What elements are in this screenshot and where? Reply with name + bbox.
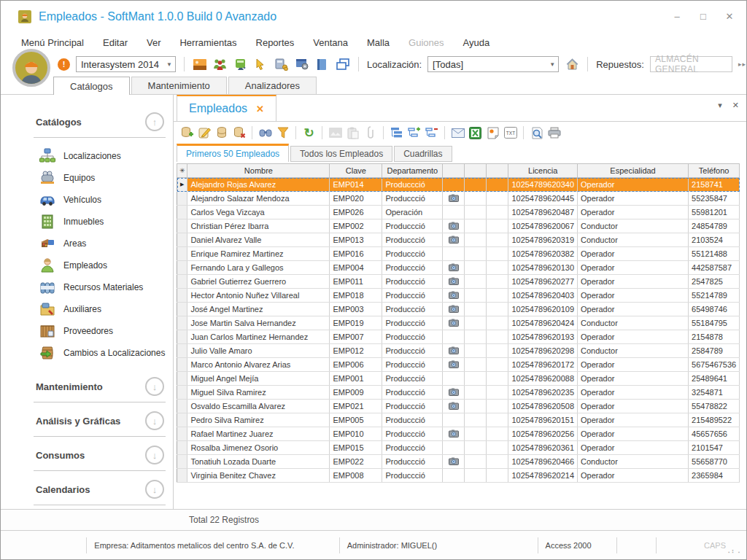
row-indicator[interactable] bbox=[177, 386, 187, 400]
cell-telefono[interactable]: 442587587 bbox=[689, 261, 740, 275]
cell-nombre[interactable]: Rosalba Jimenez Osorio bbox=[187, 441, 330, 455]
cell-clave[interactable]: EMP006 bbox=[330, 358, 382, 372]
cell-foto[interactable] bbox=[443, 178, 465, 192]
cell-telefono[interactable]: 25489641 bbox=[689, 372, 740, 386]
cell-foto-3[interactable] bbox=[487, 330, 508, 344]
print-icon[interactable] bbox=[547, 126, 561, 140]
cell-foto-2[interactable] bbox=[465, 316, 487, 330]
cell-nombre[interactable]: Marco Antonio Alvarez Arias bbox=[187, 358, 330, 372]
cell-departamento[interactable]: Produccció bbox=[382, 400, 443, 413]
tree-list-icon[interactable] bbox=[390, 126, 403, 140]
cell-departamento[interactable]: Produccció bbox=[382, 330, 443, 344]
cell-telefono[interactable]: 45657656 bbox=[689, 427, 740, 441]
cell-especialidad[interactable]: Conductor bbox=[578, 344, 689, 358]
cell-clave[interactable]: EMP001 bbox=[330, 372, 382, 386]
sidebar-item-inmuebles[interactable]: Inmuebles bbox=[1, 211, 173, 233]
sidebar-item-recursos-materiales[interactable]: Recursos Materiales bbox=[1, 276, 173, 298]
cell-telefono[interactable]: 2547825 bbox=[689, 275, 740, 289]
menu-reportes[interactable]: Reportes bbox=[256, 37, 295, 48]
cell-departamento[interactable]: Produccció bbox=[382, 358, 443, 372]
row-indicator[interactable] bbox=[177, 330, 187, 344]
cell-foto[interactable] bbox=[443, 386, 465, 400]
row-indicator[interactable] bbox=[177, 316, 187, 330]
cell-licencia[interactable]: 10254789620130 bbox=[508, 261, 578, 275]
cell-departamento[interactable]: Produccció bbox=[382, 219, 443, 233]
cell-foto-3[interactable] bbox=[487, 400, 508, 413]
cell-clave[interactable]: EMP026 bbox=[330, 206, 382, 219]
cell-foto-3[interactable] bbox=[487, 372, 508, 386]
sidebar-item-auxiliares[interactable]: Auxiliares bbox=[1, 298, 173, 320]
cell-foto-3[interactable] bbox=[487, 303, 508, 316]
cell-foto[interactable] bbox=[443, 441, 465, 455]
row-indicator[interactable] bbox=[177, 413, 187, 427]
cell-clave[interactable]: EMP009 bbox=[330, 386, 382, 400]
cell-clave[interactable]: EMP021 bbox=[330, 400, 382, 413]
cell-clave[interactable]: EMP011 bbox=[330, 275, 382, 289]
window-settings-icon[interactable] bbox=[295, 57, 309, 71]
cell-licencia[interactable]: 10254789620466 bbox=[508, 455, 578, 469]
localizacion-combobox[interactable]: [Todas] ▼ bbox=[427, 56, 559, 72]
menu-malla[interactable]: Malla bbox=[367, 37, 390, 48]
cell-nombre[interactable]: Julio Valle Amaro bbox=[187, 344, 330, 358]
tab-cuadrillas[interactable]: Cuadrillas bbox=[394, 146, 452, 162]
table-row[interactable]: Miguel Silva RamirezEMP009Produccció1025… bbox=[177, 386, 740, 400]
cell-licencia[interactable]: 10254789620340 bbox=[508, 178, 578, 192]
cell-foto-3[interactable] bbox=[487, 178, 508, 192]
cell-clave[interactable]: EMP014 bbox=[330, 178, 382, 192]
cell-clave[interactable]: EMP020 bbox=[330, 192, 382, 206]
sidebar-item-vehiculos[interactable]: Vehículos bbox=[1, 189, 173, 211]
cell-telefono[interactable]: 2154878 bbox=[689, 330, 740, 344]
cell-clave[interactable]: EMP022 bbox=[330, 455, 382, 469]
cell-especialidad[interactable]: Conductor bbox=[578, 233, 689, 247]
maximize-button[interactable]: □ bbox=[698, 11, 708, 22]
row-indicator[interactable] bbox=[177, 289, 187, 303]
cell-licencia[interactable]: 10254789620403 bbox=[508, 289, 578, 303]
table-row[interactable]: José Angel MartinezEMP003Produccció10254… bbox=[177, 303, 740, 316]
cell-departamento[interactable]: Produccció bbox=[382, 386, 443, 400]
cell-nombre[interactable]: Daniel Alvarez Valle bbox=[187, 233, 330, 247]
table-row[interactable]: Fernando Lara y GallegosEMP004Produccció… bbox=[177, 261, 740, 275]
cell-clave[interactable]: EMP007 bbox=[330, 330, 382, 344]
cell-nombre[interactable]: Juan Carlos Martinez Hernandez bbox=[187, 330, 330, 344]
minimize-button[interactable]: – bbox=[672, 11, 682, 22]
table-row[interactable]: Pedro Silva RamirezEMP005Produccció10254… bbox=[177, 413, 740, 427]
cell-departamento[interactable]: Produccció bbox=[382, 233, 443, 247]
cell-especialidad[interactable]: Conductor bbox=[578, 316, 689, 330]
row-indicator[interactable] bbox=[177, 427, 187, 441]
menu-menu-principal[interactable]: Menú Principal bbox=[21, 37, 84, 48]
tab-catalogos[interactable]: Catálogos bbox=[53, 77, 130, 95]
add-record-icon[interactable] bbox=[179, 126, 193, 140]
cell-foto[interactable] bbox=[443, 192, 465, 206]
cell-licencia[interactable]: 10254789620172 bbox=[508, 358, 578, 372]
table-row[interactable]: Virginia Benitez ChavezEMP008Produccció1… bbox=[177, 469, 740, 483]
cell-foto-3[interactable] bbox=[487, 413, 508, 427]
close-button[interactable]: ✕ bbox=[724, 11, 735, 22]
row-indicator[interactable] bbox=[177, 261, 187, 275]
row-indicator[interactable] bbox=[177, 206, 187, 219]
cell-foto-2[interactable] bbox=[465, 358, 487, 372]
refresh-icon[interactable]: ↻ bbox=[302, 126, 316, 140]
tab-todos-los-empleados[interactable]: Todos los Empleados bbox=[290, 146, 392, 162]
cell-foto-2[interactable] bbox=[465, 261, 487, 275]
cell-licencia[interactable]: 10254789620235 bbox=[508, 386, 578, 400]
cell-telefono[interactable]: 2101547 bbox=[689, 441, 740, 455]
cell-especialidad[interactable]: Operador bbox=[578, 413, 689, 427]
cell-foto-3[interactable] bbox=[487, 427, 508, 441]
table-row[interactable]: Christian Pérez IbarraEMP002Produccció10… bbox=[177, 219, 740, 233]
cell-especialidad[interactable]: Operador bbox=[578, 303, 689, 316]
cell-foto[interactable] bbox=[443, 330, 465, 344]
cell-licencia[interactable]: 10254789620298 bbox=[508, 344, 578, 358]
filter-icon[interactable] bbox=[276, 126, 290, 140]
cell-foto-3[interactable] bbox=[487, 441, 508, 455]
cell-foto-2[interactable] bbox=[465, 344, 487, 358]
view-record-icon[interactable] bbox=[214, 126, 228, 140]
row-indicator[interactable] bbox=[177, 344, 187, 358]
cell-clave[interactable]: EMP003 bbox=[330, 303, 382, 316]
table-row[interactable]: Hector Antonio Nuñez VillarealEMP018Prod… bbox=[177, 289, 740, 303]
header-clave[interactable]: Clave bbox=[330, 164, 382, 178]
cell-licencia[interactable]: 10254789620319 bbox=[508, 233, 578, 247]
header-especialidad[interactable]: Especialidad bbox=[578, 164, 689, 178]
cell-clave[interactable]: EMP004 bbox=[330, 261, 382, 275]
cell-telefono[interactable]: 3254871 bbox=[689, 386, 740, 400]
cell-clave[interactable]: EMP019 bbox=[330, 316, 382, 330]
